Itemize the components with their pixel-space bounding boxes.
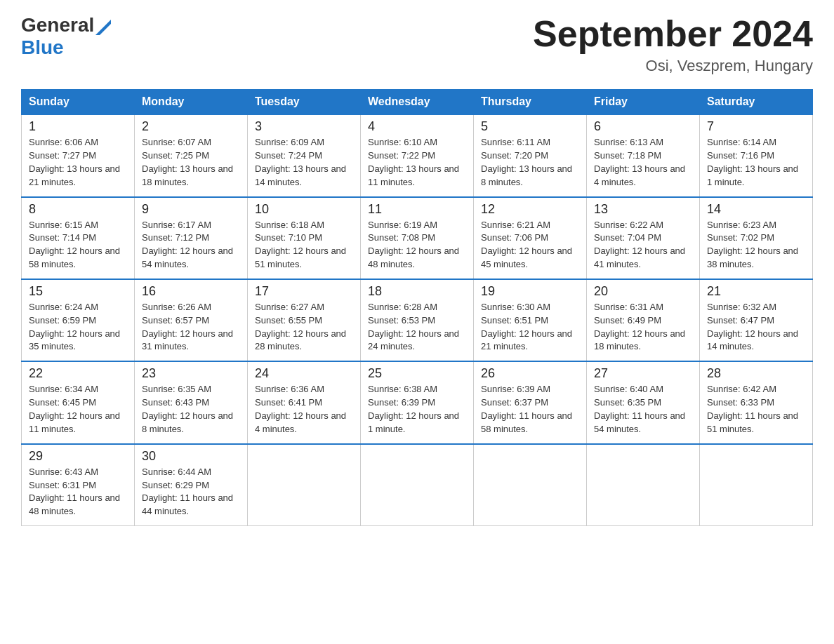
day-info: Sunrise: 6:23 AMSunset: 7:02 PMDaylight:…: [707, 219, 805, 271]
day-info: Sunrise: 6:09 AMSunset: 7:24 PMDaylight:…: [255, 136, 353, 189]
day-number: 20: [594, 284, 692, 299]
calendar-cell: 5Sunrise: 6:11 AMSunset: 7:20 PMDaylight…: [474, 114, 587, 196]
day-of-week-header: Monday: [135, 90, 248, 115]
day-number: 21: [707, 284, 805, 299]
day-info: Sunrise: 6:11 AMSunset: 7:20 PMDaylight:…: [481, 136, 579, 189]
calendar-cell: 15Sunrise: 6:24 AMSunset: 6:59 PMDayligh…: [22, 279, 135, 361]
day-number: 10: [255, 202, 353, 217]
day-of-week-header: Sunday: [22, 90, 135, 115]
day-info: Sunrise: 6:24 AMSunset: 6:59 PMDaylight:…: [29, 301, 127, 354]
day-number: 16: [142, 284, 240, 299]
day-number: 23: [142, 366, 240, 381]
day-of-week-header: Friday: [587, 90, 700, 115]
day-info: Sunrise: 6:40 AMSunset: 6:35 PMDaylight:…: [594, 383, 692, 436]
day-number: 29: [29, 449, 127, 464]
day-info: Sunrise: 6:13 AMSunset: 7:18 PMDaylight:…: [594, 136, 692, 189]
day-of-week-header: Saturday: [700, 90, 813, 115]
day-number: 26: [481, 366, 579, 381]
day-number: 12: [481, 202, 579, 217]
day-info: Sunrise: 6:34 AMSunset: 6:45 PMDaylight:…: [29, 383, 127, 436]
day-number: 30: [142, 449, 240, 464]
day-number: 3: [255, 119, 353, 134]
day-info: Sunrise: 6:07 AMSunset: 7:25 PMDaylight:…: [142, 136, 240, 189]
calendar-cell: [474, 444, 587, 526]
logo-triangle-icon: [95, 15, 111, 35]
calendar-cell: 29Sunrise: 6:43 AMSunset: 6:31 PMDayligh…: [22, 444, 135, 526]
calendar-cell: 17Sunrise: 6:27 AMSunset: 6:55 PMDayligh…: [248, 279, 361, 361]
day-of-week-header: Thursday: [474, 90, 587, 115]
calendar-cell: 7Sunrise: 6:14 AMSunset: 7:16 PMDaylight…: [700, 114, 813, 196]
day-info: Sunrise: 6:26 AMSunset: 6:57 PMDaylight:…: [142, 301, 240, 354]
calendar-table: SundayMondayTuesdayWednesdayThursdayFrid…: [21, 89, 813, 526]
calendar-cell: 11Sunrise: 6:19 AMSunset: 7:08 PMDayligh…: [361, 197, 474, 279]
day-info: Sunrise: 6:15 AMSunset: 7:14 PMDaylight:…: [29, 219, 127, 271]
day-info: Sunrise: 6:43 AMSunset: 6:31 PMDaylight:…: [29, 466, 127, 518]
day-number: 27: [594, 366, 692, 381]
page-header: General Blue September 2024 Osi, Veszpre…: [21, 14, 813, 75]
calendar-cell: 22Sunrise: 6:34 AMSunset: 6:45 PMDayligh…: [22, 361, 135, 443]
calendar-cell: 26Sunrise: 6:39 AMSunset: 6:37 PMDayligh…: [474, 361, 587, 443]
calendar-cell: 10Sunrise: 6:18 AMSunset: 7:10 PMDayligh…: [248, 197, 361, 279]
logo-blue-text: Blue: [21, 36, 64, 58]
calendar-week-row: 22Sunrise: 6:34 AMSunset: 6:45 PMDayligh…: [22, 361, 813, 443]
calendar-cell: [700, 444, 813, 526]
day-info: Sunrise: 6:35 AMSunset: 6:43 PMDaylight:…: [142, 383, 240, 436]
calendar-cell: 14Sunrise: 6:23 AMSunset: 7:02 PMDayligh…: [700, 197, 813, 279]
calendar-week-row: 1Sunrise: 6:06 AMSunset: 7:27 PMDaylight…: [22, 114, 813, 196]
calendar-cell: 28Sunrise: 6:42 AMSunset: 6:33 PMDayligh…: [700, 361, 813, 443]
day-info: Sunrise: 6:06 AMSunset: 7:27 PMDaylight:…: [29, 136, 127, 189]
day-number: 9: [142, 202, 240, 217]
day-number: 28: [707, 366, 805, 381]
calendar-cell: 8Sunrise: 6:15 AMSunset: 7:14 PMDaylight…: [22, 197, 135, 279]
day-number: 7: [707, 119, 805, 134]
day-number: 8: [29, 202, 127, 217]
day-info: Sunrise: 6:19 AMSunset: 7:08 PMDaylight:…: [368, 219, 466, 271]
day-info: Sunrise: 6:36 AMSunset: 6:41 PMDaylight:…: [255, 383, 353, 436]
calendar-cell: 1Sunrise: 6:06 AMSunset: 7:27 PMDaylight…: [22, 114, 135, 196]
calendar-cell: [361, 444, 474, 526]
calendar-cell: 25Sunrise: 6:38 AMSunset: 6:39 PMDayligh…: [361, 361, 474, 443]
day-info: Sunrise: 6:32 AMSunset: 6:47 PMDaylight:…: [707, 301, 805, 354]
logo: General Blue: [21, 14, 111, 59]
calendar-cell: 4Sunrise: 6:10 AMSunset: 7:22 PMDaylight…: [361, 114, 474, 196]
day-number: 6: [594, 119, 692, 134]
day-info: Sunrise: 6:39 AMSunset: 6:37 PMDaylight:…: [481, 383, 579, 436]
calendar-cell: 27Sunrise: 6:40 AMSunset: 6:35 PMDayligh…: [587, 361, 700, 443]
calendar-week-row: 8Sunrise: 6:15 AMSunset: 7:14 PMDaylight…: [22, 197, 813, 279]
calendar-cell: 30Sunrise: 6:44 AMSunset: 6:29 PMDayligh…: [135, 444, 248, 526]
calendar-cell: 24Sunrise: 6:36 AMSunset: 6:41 PMDayligh…: [248, 361, 361, 443]
day-info: Sunrise: 6:31 AMSunset: 6:49 PMDaylight:…: [594, 301, 692, 354]
day-number: 1: [29, 119, 127, 134]
calendar-week-row: 15Sunrise: 6:24 AMSunset: 6:59 PMDayligh…: [22, 279, 813, 361]
day-of-week-header: Wednesday: [361, 90, 474, 115]
calendar-cell: 18Sunrise: 6:28 AMSunset: 6:53 PMDayligh…: [361, 279, 474, 361]
day-info: Sunrise: 6:21 AMSunset: 7:06 PMDaylight:…: [481, 219, 579, 271]
day-number: 17: [255, 284, 353, 299]
calendar-cell: 21Sunrise: 6:32 AMSunset: 6:47 PMDayligh…: [700, 279, 813, 361]
day-info: Sunrise: 6:22 AMSunset: 7:04 PMDaylight:…: [594, 219, 692, 271]
day-info: Sunrise: 6:38 AMSunset: 6:39 PMDaylight:…: [368, 383, 466, 436]
month-title: September 2024: [533, 14, 813, 54]
calendar-header-row: SundayMondayTuesdayWednesdayThursdayFrid…: [22, 90, 813, 115]
day-info: Sunrise: 6:42 AMSunset: 6:33 PMDaylight:…: [707, 383, 805, 436]
day-number: 22: [29, 366, 127, 381]
calendar-cell: 6Sunrise: 6:13 AMSunset: 7:18 PMDaylight…: [587, 114, 700, 196]
day-info: Sunrise: 6:18 AMSunset: 7:10 PMDaylight:…: [255, 219, 353, 271]
day-number: 2: [142, 119, 240, 134]
day-info: Sunrise: 6:44 AMSunset: 6:29 PMDaylight:…: [142, 466, 240, 518]
calendar-cell: 2Sunrise: 6:07 AMSunset: 7:25 PMDaylight…: [135, 114, 248, 196]
day-info: Sunrise: 6:30 AMSunset: 6:51 PMDaylight:…: [481, 301, 579, 354]
day-number: 11: [368, 202, 466, 217]
calendar-cell: 20Sunrise: 6:31 AMSunset: 6:49 PMDayligh…: [587, 279, 700, 361]
day-number: 15: [29, 284, 127, 299]
day-number: 13: [594, 202, 692, 217]
day-number: 14: [707, 202, 805, 217]
calendar-cell: [248, 444, 361, 526]
day-number: 4: [368, 119, 466, 134]
calendar-cell: 16Sunrise: 6:26 AMSunset: 6:57 PMDayligh…: [135, 279, 248, 361]
day-of-week-header: Tuesday: [248, 90, 361, 115]
calendar-cell: 3Sunrise: 6:09 AMSunset: 7:24 PMDaylight…: [248, 114, 361, 196]
day-number: 5: [481, 119, 579, 134]
day-info: Sunrise: 6:27 AMSunset: 6:55 PMDaylight:…: [255, 301, 353, 354]
calendar-cell: 9Sunrise: 6:17 AMSunset: 7:12 PMDaylight…: [135, 197, 248, 279]
